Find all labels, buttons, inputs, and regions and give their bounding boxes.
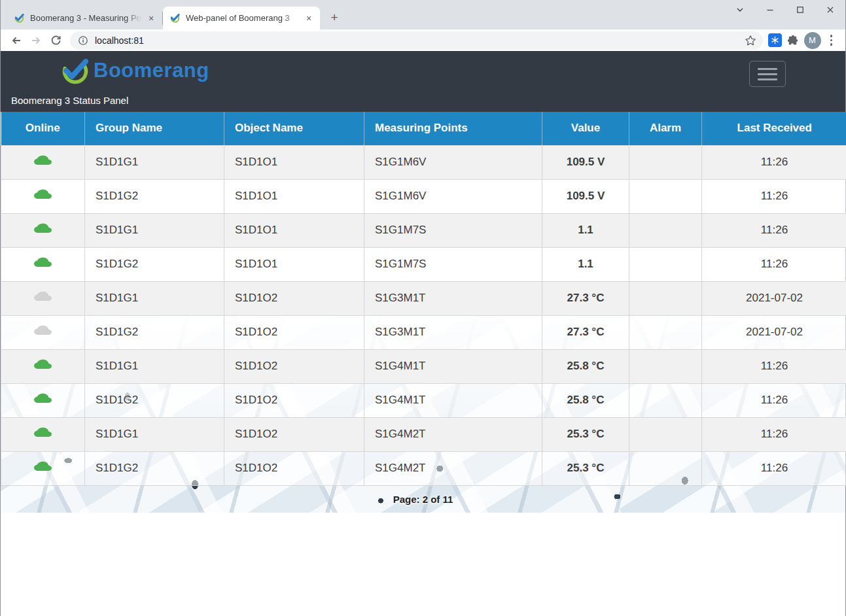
object-name-cell: S1D1O2 [224, 451, 364, 485]
cloud-status-icon [34, 256, 52, 269]
tab-title: Boomerang 3 - Measuring Point [30, 13, 143, 23]
column-object-name: Object Name [224, 112, 364, 145]
measuring-point-cell: S1G1M6V [364, 179, 542, 213]
online-status-cell [1, 281, 85, 315]
boomerang-logo-icon [60, 55, 91, 86]
minimize-icon[interactable] [755, 0, 785, 20]
group-name-cell: S1D1G1 [85, 145, 224, 179]
online-status-cell [1, 145, 85, 179]
object-name-cell: S1D1O2 [224, 383, 364, 417]
url-text[interactable]: localhost:81 [95, 35, 745, 46]
browser-window: Boomerang 3 - Measuring Point × Web-pane… [0, 0, 846, 616]
maximize-icon[interactable] [785, 0, 815, 20]
page-content: Online Group Name Object Name Measuring … [1, 112, 845, 513]
bookmark-star-icon[interactable] [745, 35, 756, 46]
online-status-cell [1, 383, 85, 417]
extensions-puzzle-icon[interactable] [787, 35, 799, 46]
value-cell: 25.8 °C [542, 383, 629, 417]
table-row: S1D1G1 S1D1O1 S1G1M6V 109.5 V 11:26 [1, 145, 846, 179]
alarm-cell [629, 349, 702, 383]
column-last-received: Last Received [702, 112, 846, 145]
last-received-cell: 2021-07-02 [702, 281, 846, 315]
boomerang-favicon-icon [169, 12, 181, 24]
column-value: Value [542, 112, 629, 145]
column-online: Online [1, 112, 85, 145]
empty-page-area [1, 513, 845, 616]
group-name-cell: S1D1G2 [85, 383, 224, 417]
last-received-cell: 11:26 [702, 349, 846, 383]
cloud-status-icon [34, 358, 52, 371]
online-status-cell [1, 349, 85, 383]
column-alarm: Alarm [629, 112, 702, 145]
last-received-cell: 2021-07-02 [702, 315, 846, 349]
measuring-point-cell: S1G4M1T [364, 383, 542, 417]
close-window-icon[interactable] [815, 0, 845, 20]
tab-measuring-point[interactable]: Boomerang 3 - Measuring Point × [7, 7, 162, 29]
measuring-point-cell: S1G4M2T [364, 451, 542, 485]
tab-close-icon[interactable]: × [145, 12, 157, 24]
status-table: Online Group Name Object Name Measuring … [1, 112, 846, 486]
online-status-cell [1, 179, 85, 213]
browser-menu-kebab-icon[interactable] [826, 32, 839, 48]
measuring-point-cell: S1G1M6V [364, 145, 542, 179]
table-row: S1D1G2 S1D1O2 S1G4M2T 25.3 °C 11:26 [1, 451, 846, 485]
table-row: S1D1G1 S1D1O1 S1G1M7S 1.1 11:26 [1, 213, 846, 247]
cloud-status-icon [34, 460, 52, 473]
tab-web-panel[interactable]: Web-panel of Boomerang 3 × [163, 7, 320, 29]
value-cell: 25.3 °C [542, 417, 629, 451]
navbar-toggler-hamburger-icon[interactable] [749, 61, 786, 87]
status-table-header: Online Group Name Object Name Measuring … [1, 112, 846, 145]
online-status-cell [1, 315, 85, 349]
object-name-cell: S1D1O1 [224, 247, 364, 281]
group-name-cell: S1D1G2 [85, 247, 224, 281]
tab-search-chevron-icon[interactable] [725, 0, 755, 20]
online-status-cell [1, 451, 85, 485]
measuring-point-cell: S1G1M7S [364, 213, 542, 247]
group-name-cell: S1D1G2 [85, 451, 224, 485]
window-controls [725, 0, 845, 20]
object-name-cell: S1D1O2 [224, 315, 364, 349]
page-title: Boomerang 3 Status Panel [11, 95, 128, 106]
alarm-cell [629, 213, 702, 247]
measuring-point-cell: S1G1M7S [364, 247, 542, 281]
cloud-status-icon [34, 154, 52, 167]
online-status-cell [1, 417, 85, 451]
object-name-cell: S1D1O1 [224, 145, 364, 179]
cloud-status-icon [34, 290, 52, 303]
column-measuring-points: Measuring Points [364, 112, 542, 145]
group-name-cell: S1D1G1 [85, 417, 224, 451]
reload-icon[interactable] [46, 31, 65, 50]
last-received-cell: 11:26 [702, 417, 846, 451]
cloud-status-icon [34, 222, 52, 235]
value-cell: 1.1 [542, 247, 629, 281]
measuring-point-cell: S1G4M2T [364, 417, 542, 451]
status-table-body: S1D1G1 S1D1O1 S1G1M6V 109.5 V 11:26 S1D1… [1, 145, 846, 485]
back-icon[interactable] [7, 31, 26, 50]
table-row: S1D1G1 S1D1O2 S1G4M2T 25.3 °C 11:26 [1, 417, 846, 451]
cloud-status-icon [34, 426, 52, 439]
tab-strip: Boomerang 3 - Measuring Point × Web-pane… [1, 0, 845, 29]
measuring-point-cell: S1G3M1T [364, 281, 542, 315]
alarm-cell [629, 315, 702, 349]
online-status-cell [1, 247, 85, 281]
site-info-icon[interactable] [78, 35, 88, 46]
table-row: S1D1G2 S1D1O2 S1G4M1T 25.8 °C 11:26 [1, 383, 846, 417]
value-cell: 27.3 °C [542, 315, 629, 349]
last-received-cell: 11:26 [702, 179, 846, 213]
tab-close-icon[interactable]: × [303, 12, 315, 24]
snowflake-extension-icon[interactable] [768, 33, 782, 47]
address-bar[interactable]: localhost:81 [70, 31, 763, 50]
object-name-cell: S1D1O1 [224, 213, 364, 247]
group-name-cell: S1D1G1 [85, 281, 224, 315]
app-header: Boomerang Boomerang 3 Status Panel [1, 51, 845, 112]
alarm-cell [629, 247, 702, 281]
new-tab-button[interactable]: + [325, 9, 344, 27]
online-status-cell [1, 213, 85, 247]
alarm-cell [629, 145, 702, 179]
table-row: S1D1G2 S1D1O2 S1G3M1T 27.3 °C 2021-07-02 [1, 315, 846, 349]
alarm-cell [629, 417, 702, 451]
profile-avatar[interactable]: M [804, 32, 821, 49]
brand: Boomerang [60, 55, 209, 86]
forward-icon[interactable] [27, 31, 45, 50]
column-group-name: Group Name [85, 112, 224, 145]
